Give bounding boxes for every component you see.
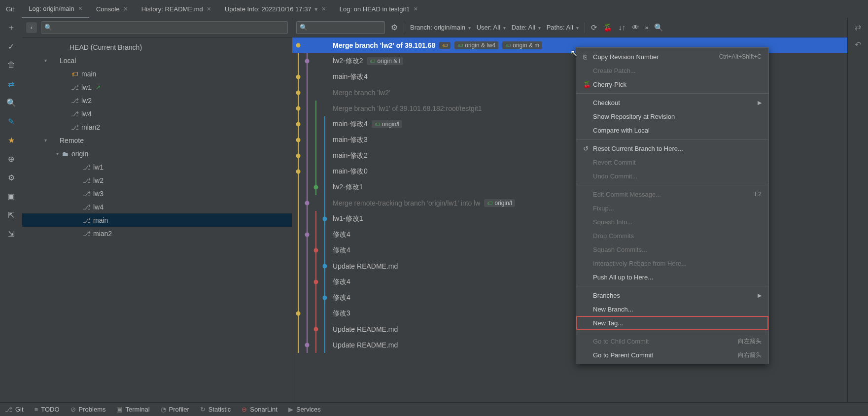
collapse-icon[interactable]: ⇱ (6, 210, 16, 220)
back-button[interactable]: ‹ (26, 22, 37, 33)
tool-window-button[interactable]: ▣Terminal (116, 406, 149, 413)
refresh-icon[interactable]: ⟳ (591, 23, 597, 32)
outgoing-icon: ↗ (96, 84, 101, 91)
tool-window-button[interactable]: ↻Statistic (200, 406, 231, 413)
ref-tag[interactable]: 🏷 (439, 42, 451, 49)
tree-row[interactable]: 🏷main (22, 67, 292, 80)
branch-search-input[interactable]: 🔍 (41, 21, 288, 34)
menu-item-label: Edit Commit Message... (593, 191, 755, 198)
undo-icon[interactable]: ↶ (855, 40, 861, 49)
tool-window-button[interactable]: ⎇Git (5, 406, 24, 413)
find-icon[interactable]: 🔍 (654, 23, 663, 32)
context-menu-item[interactable]: Push All up to Here... (576, 270, 768, 284)
close-icon[interactable]: × (124, 5, 128, 13)
tree-row[interactable]: ▾Remote (22, 134, 292, 147)
tab[interactable]: Console× (89, 0, 135, 18)
trash-icon[interactable]: 🗑 (6, 60, 16, 70)
tool-window-button[interactable]: ⊘Problems (70, 406, 106, 413)
context-menu-item: Revert Commit (576, 155, 768, 169)
sort-icon[interactable]: ↓↑ (619, 23, 626, 32)
eye-icon[interactable]: 👁 (632, 23, 639, 32)
branch-icon: ⎇ (83, 216, 91, 224)
tree-row[interactable]: ▾Local (22, 54, 292, 67)
tree-label: main (81, 70, 96, 78)
context-menu-item[interactable]: New Tag... (576, 316, 768, 330)
tree-row[interactable]: ⎇mian2 (22, 227, 292, 240)
tag-icon: 🏷 (442, 42, 448, 48)
edit-icon[interactable]: ✎ (6, 116, 16, 126)
context-menu-item[interactable]: ↺Reset Current Branch to Here... (576, 141, 768, 155)
tree-row[interactable]: ⎇main (22, 213, 292, 227)
tree-row[interactable]: ⎇lw1↗ (22, 80, 292, 94)
tree-row[interactable]: ⎇lw3 (22, 187, 292, 200)
user-filter[interactable]: User: All ▾ (477, 24, 506, 31)
context-menu-item[interactable]: New Branch... (576, 302, 768, 316)
tool-window-button[interactable]: ⊖SonarLint (242, 406, 278, 413)
swap-icon[interactable]: ⇄ (855, 23, 861, 32)
cherry-pick-icon[interactable]: 🍒 (603, 23, 613, 32)
more-icon[interactable]: » (645, 24, 648, 31)
gear-icon[interactable]: ⚙ (6, 173, 16, 182)
commit-node (323, 296, 327, 300)
commit-message: main-修改4 (333, 72, 368, 81)
log-search-input[interactable]: 🔍 (296, 21, 385, 34)
menu-item-label: Go to Parent Commit (593, 351, 738, 359)
context-menu-item[interactable]: 🍒Cherry-Pick (576, 77, 768, 91)
tree-row[interactable]: ⎇lw4 (22, 107, 292, 120)
ref-label: origin & lw4 (465, 42, 495, 49)
menu-item-label: Squash Into... (593, 218, 762, 226)
tree-row[interactable]: ▾🖿origin (22, 147, 292, 160)
tree-label: HEAD (Current Branch) (69, 43, 142, 51)
star-icon[interactable]: ★ (6, 135, 16, 145)
context-menu-item[interactable]: Checkout▶ (576, 96, 768, 109)
target-icon[interactable]: ⊕ (6, 154, 16, 164)
ref-tag[interactable]: 🏷origin & l (367, 57, 403, 65)
close-icon[interactable]: × (207, 5, 211, 13)
context-menu-item[interactable]: Show Repository at Revision (576, 109, 768, 123)
tree-label: lw3 (93, 190, 104, 198)
ref-tag[interactable]: 🏷origin & m (502, 41, 542, 49)
tab[interactable]: Update Info: 2022/10/16 17:37▾× (218, 0, 333, 18)
tab[interactable]: Log: origin/main× (22, 0, 89, 18)
ref-tag[interactable]: 🏷origin/l (372, 120, 402, 128)
search-icon[interactable]: 🔍 (6, 98, 16, 107)
context-menu-item[interactable]: Branches▶ (576, 288, 768, 302)
paths-filter[interactable]: Paths: All ▾ (547, 24, 579, 31)
context-menu-item[interactable]: Compare with Local (576, 123, 768, 137)
tool-window-button[interactable]: ▶Services (288, 406, 321, 413)
tool-icon: ↻ (200, 406, 206, 413)
tree-row[interactable]: HEAD (Current Branch) (22, 40, 292, 54)
branch-filter[interactable]: Branch: origin/main ▾ (410, 24, 471, 31)
commit-message: 修改4 (333, 246, 350, 255)
ref-tag[interactable]: 🏷origin/l (484, 199, 515, 207)
ref-tag[interactable]: 🏷origin & lw4 (454, 41, 498, 49)
tab[interactable]: Log: on HEAD in testgit1× (333, 0, 425, 18)
tab-label: Update Info: 2022/10/16 17:37 (225, 5, 312, 13)
close-icon[interactable]: × (414, 5, 417, 13)
menu-item-label: Drop Commits (593, 232, 762, 240)
tree-row[interactable]: ⎇lw4 (22, 200, 292, 213)
tag-icon: 🏷 (457, 42, 463, 48)
tool-window-button[interactable]: ≡TODO (35, 406, 60, 413)
close-icon[interactable]: × (322, 5, 326, 13)
tree-row[interactable]: ⎇lw2 (22, 94, 292, 107)
commit-icon[interactable]: ✓ (6, 41, 16, 51)
context-menu-item[interactable]: Go to Parent Commit向右箭头 (576, 348, 768, 362)
log-settings-icon[interactable]: ⚙ (391, 23, 398, 32)
tree-row[interactable]: ⎇mian2 (22, 120, 292, 134)
tool-window-button[interactable]: ◔Profiler (161, 406, 189, 413)
tab[interactable]: History: README.md× (135, 0, 218, 18)
search-icon: 🔍 (300, 24, 308, 31)
update-icon[interactable]: ⇄ (6, 79, 16, 89)
expand-icon[interactable]: ⇲ (6, 229, 16, 239)
commit-node (296, 75, 301, 79)
menu-item-label: Push All up to Here... (593, 274, 762, 281)
layout-icon[interactable]: ▣ (6, 191, 16, 201)
tree-row[interactable]: ⎇lw1 (22, 160, 292, 173)
context-menu-item[interactable]: ⎘Copy Revision NumberCtrl+Alt+Shift+C (576, 50, 768, 64)
tab-label: Log: on HEAD in testgit1 (340, 5, 410, 13)
tree-row[interactable]: ⎇lw2 (22, 173, 292, 187)
date-filter[interactable]: Date: All ▾ (512, 24, 541, 31)
plus-icon[interactable]: ＋ (6, 23, 16, 33)
close-icon[interactable]: × (78, 4, 82, 12)
